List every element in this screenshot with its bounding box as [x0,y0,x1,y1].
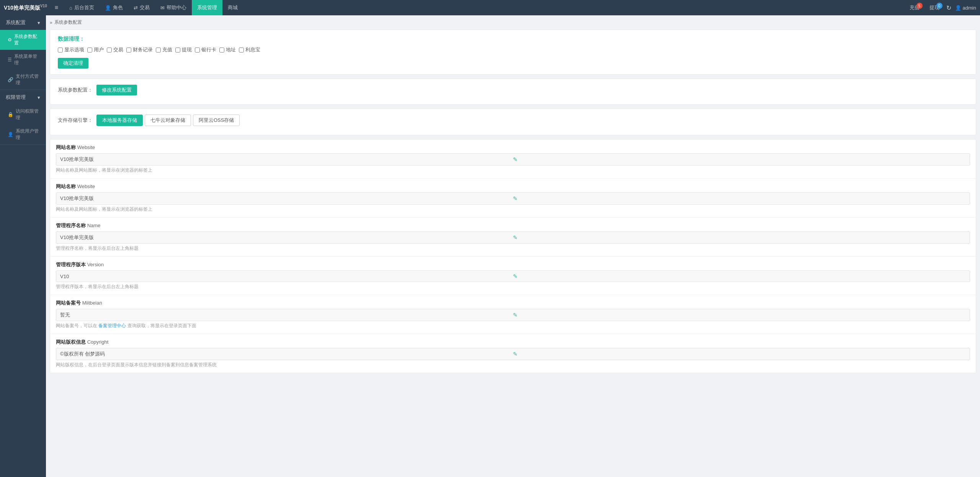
file-storage-label: 文件存储引擎： [58,117,93,124]
edit-icon-6[interactable]: ✎ [513,351,966,357]
sidebar-item-system-menu[interactable]: ☰ 系统菜单管理 [0,50,46,70]
nav-item-home[interactable]: ⌂ 后台首页 [64,0,100,15]
edit-icon-5[interactable]: ✎ [513,312,966,318]
recharge-input[interactable] [156,48,161,52]
recharge-label: 充值 [162,46,172,53]
admin-icon: 👤 [955,5,961,11]
withdraw-button[interactable]: 提现 0 [926,4,942,11]
hint-text-5: 网站备案号，可以在 [56,323,97,328]
file-storage-card: 文件存储引擎： 本地服务器存储 七牛云对象存储 阿里云OSS存储 [50,108,976,135]
nav-label-role: 角色 [113,4,123,11]
field-hint-3: 管理程序名称，将显示在后台左上角标题 [56,245,970,252]
show-option-input[interactable] [58,48,63,52]
field-label-website-1: 网站名称 Website [56,144,970,151]
admin-menu[interactable]: 👤 admin [955,5,976,11]
breadcrumb-current: 系统参数配置 [54,19,82,26]
field-value-3: V10抢单完美版 [60,234,513,241]
sidebar-item-access[interactable]: 🔒 访问权限管理 [0,105,46,125]
system-config-label: 系统参数配置： [58,87,93,93]
nav-toggle-icon[interactable]: ≡ [55,4,58,11]
user-checkbox[interactable]: 用户 [87,46,104,53]
field-input-row-5: 暂无 ✎ [56,309,970,321]
app-logo: V10抢单完美版V10 [4,4,47,11]
bankcard-label: 银行卡 [201,46,216,53]
sidebar-label-users: 系统用户管理 [16,128,40,141]
sidebar-section2-title-text: 权限管理 [6,94,26,101]
show-option-checkbox[interactable]: 显示选项 [58,46,84,53]
sidebar-item-users[interactable]: 👤 系统用户管理 [0,125,46,144]
address-label: 地址 [226,46,236,53]
recharge-button[interactable]: 充值 5 [906,4,923,11]
edit-icon-4[interactable]: ✎ [513,273,966,279]
storage-tab-local[interactable]: 本地服务器存储 [96,115,143,126]
main-content: » 系统参数配置 数据清理： 显示选项 用户 交易 [46,15,980,477]
chevron-down-icon: ▾ [38,95,40,100]
field-label-text-5: 网站备案号 [56,300,81,306]
nav-item-shop[interactable]: 商城 [222,0,243,15]
field-input-row-3: V10抢单完美版 ✎ [56,231,970,244]
sidebar-item-payment[interactable]: 🔗 支付方式管理 [0,70,46,90]
field-value-5: 暂无 [60,311,513,318]
field-hint-6: 网站版权信息，在后台登录页面显示版本信息并链接到备案到信息备案管理系统 [56,362,970,368]
field-label-icp: 网站备案号 Miitbeian [56,300,970,307]
storage-tab-aliyun[interactable]: 阿里云OSS存储 [193,115,240,126]
storage-tab-qiniu[interactable]: 七牛云对象存储 [145,115,191,126]
sidebar-label-payment: 支付方式管理 [16,73,40,86]
interest-label: 利息宝 [245,46,260,53]
sidebar-item-system-params[interactable]: ⚙ 系统参数配置 [0,30,46,50]
field-label-en-4: Version [87,262,104,267]
field-hint-2: 网站名称及网站图标，将显示在浏览器的标签上 [56,206,970,213]
nav-item-help[interactable]: ✉ 帮助中心 [155,0,192,15]
address-checkbox[interactable]: 地址 [219,46,236,53]
interest-checkbox[interactable]: 利息宝 [239,46,260,53]
nav-item-role[interactable]: 👤 角色 [100,0,128,15]
user-label: 用户 [94,46,104,53]
sidebar-section-title-permission[interactable]: 权限管理 ▾ [0,90,46,105]
edit-icon-1[interactable]: ✎ [513,156,966,162]
storage-tab-group: 本地服务器存储 七牛云对象存储 阿里云OSS存储 [96,115,240,126]
logo-text: V10抢单完美版 [4,5,40,11]
breadcrumb: » 系统参数配置 [50,19,976,26]
file-storage-header: 文件存储引擎： 本地服务器存储 七牛云对象存储 阿里云OSS存储 [58,115,968,126]
bankcard-input[interactable] [195,48,200,52]
nav-item-system[interactable]: 系统管理 [192,0,222,15]
sidebar: 系统配置 ▾ ⚙ 系统参数配置 ☰ 系统菜单管理 🔗 支付方式管理 权限管理 ▾ [0,15,46,477]
transaction-input[interactable] [107,48,112,52]
nav-item-transaction[interactable]: ⇄ 交易 [128,0,155,15]
recharge-checkbox[interactable]: 充值 [156,46,172,53]
field-input-row-6: ©版权所有 创梦源码 ✎ [56,348,970,360]
field-label-admin-version: 管理程序版本 Version [56,261,970,268]
field-label-copyright: 网站版权信息 Copyright [56,339,970,346]
edit-icon-3[interactable]: ✎ [513,234,966,241]
transaction-checkbox[interactable]: 交易 [107,46,123,53]
withdraw-checkbox[interactable]: 提现 [175,46,192,53]
sidebar-label-system-menu: 系统菜单管理 [14,53,40,66]
field-label-text-6: 网站版权信息 [56,339,86,345]
top-navigation: V10抢单完美版V10 ≡ ⌂ 后台首页 👤 角色 ⇄ 交易 ✉ 帮助中心 系统… [0,0,980,15]
address-input[interactable] [219,48,224,52]
confirm-clear-button[interactable]: 确定清理 [58,58,88,69]
nav-label-system: 系统管理 [197,4,217,11]
finance-checkbox[interactable]: 财务记录 [126,46,153,53]
config-field-copyright: 网站版权信息 Copyright ©版权所有 创梦源码 ✎ 网站版权信息，在后台… [50,334,976,373]
field-hint-1: 网站名称及网站图标，将显示在浏览器的标签上 [56,167,970,174]
finance-input[interactable] [126,48,131,52]
withdraw-input[interactable] [175,48,180,52]
icp-link[interactable]: 备案管理中心 [98,323,126,328]
edit-icon-2[interactable]: ✎ [513,195,966,202]
modify-system-config-button[interactable]: 修改系统配置 [96,85,137,95]
sidebar-label-system-params: 系统参数配置 [14,33,40,46]
config-field-icp: 网站备案号 Miitbeian 暂无 ✎ 网站备案号，可以在 备案管理中心 查询… [50,295,976,334]
sidebar-section-title-system[interactable]: 系统配置 ▾ [0,15,46,30]
refresh-button[interactable]: ↻ [946,4,951,11]
finance-label: 财务记录 [133,46,153,53]
field-label-text-1: 网站名称 [56,144,76,150]
user-input[interactable] [87,48,92,52]
bankcard-checkbox[interactable]: 银行卡 [195,46,216,53]
config-field-website-name-1: 网站名称 Website V10抢单完美版 ✎ 网站名称及网站图标，将显示在浏览… [50,139,976,179]
page-layout: 系统配置 ▾ ⚙ 系统参数配置 ☰ 系统菜单管理 🔗 支付方式管理 权限管理 ▾ [0,0,980,477]
data-clear-card: 数据清理： 显示选项 用户 交易 财务记录 [50,30,976,75]
sidebar-label-access: 访问权限管理 [16,108,40,121]
interest-input[interactable] [239,48,244,52]
transaction-label: 交易 [113,46,123,53]
